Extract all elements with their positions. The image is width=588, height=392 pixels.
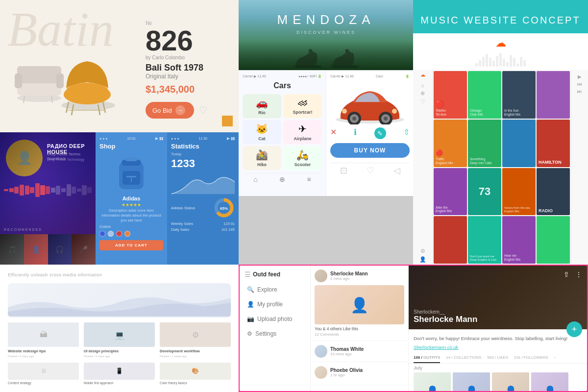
svg-point-35 [392, 109, 397, 114]
sc-tile-2[interactable]: In the SunEnglish Mix [502, 71, 536, 119]
cars-title: Cars [243, 81, 322, 90]
sc-tile-13[interactable]: Don't you want meDeep English & Like [468, 216, 501, 264]
sc-tile-15[interactable] [537, 216, 570, 264]
music-waveform [475, 52, 526, 67]
stat-chart-svg [171, 172, 235, 194]
gallery-item-2[interactable]: 👤 [453, 372, 490, 391]
sc-nav-home[interactable]: ⌂ [421, 82, 424, 88]
stat-tab-likes[interactable]: 583 / LIKES [487, 353, 508, 363]
stat-tab-outfits[interactable]: 106 / OUTFITS [414, 353, 440, 363]
svg-rect-21 [125, 157, 137, 161]
tab-arrow-icon[interactable]: › [554, 353, 556, 363]
cars-phone-right: Carrier ▶ 11:46 Cars 🔋 [326, 71, 414, 196]
stat-tab-followers[interactable]: 21k / FOLLOWERS [514, 353, 548, 363]
sc-tile-4[interactable]: 🔴 TrafficEngland Mix [434, 120, 467, 167]
sc-tile-7[interactable]: HAMILTON [537, 120, 570, 167]
sc-play-icon[interactable]: ▶ [578, 74, 582, 79]
sc-tile-3[interactable] [537, 71, 570, 119]
stat-tab-collections[interactable]: 14 / COLLECTIONS [446, 353, 481, 363]
collections-label: COLLECTIONS [454, 355, 481, 360]
radio-thumb-1: 🎵 [0, 234, 24, 265]
share-profile-icon[interactable]: ⇧ [564, 270, 569, 278]
fashion-post-2: Thomas White 23 mins ago [311, 341, 408, 362]
profile-handle: Sherlockem__ [414, 309, 477, 315]
cars-grid: 🚗 Rio 🏎 Sportcar! 🐱 Cat ✈ Airplane 🚵 [243, 94, 322, 170]
shop-colors-label: Colors [99, 224, 163, 229]
music-concept-panel: MUSIC WEBSITE CONCEPT ☁ [413, 0, 588, 70]
gallery-item-4[interactable]: 👤 [531, 372, 568, 391]
stat-icons2: ▶ ▮▮ [227, 136, 235, 141]
bid-button[interactable]: Go Bid → [146, 102, 194, 119]
sc-tile-1[interactable]: ChicagoClub 448 [468, 71, 501, 119]
sc-tile-12[interactable] [434, 216, 467, 264]
fab-plus-button[interactable]: + [566, 321, 582, 337]
share-icon[interactable]: ⇧ [403, 127, 410, 139]
edit-icon[interactable]: ✎ [374, 127, 386, 139]
sc-tile-9[interactable]: 73 [468, 168, 501, 216]
gallery-item-3[interactable]: 👤 [492, 372, 529, 391]
fashion-menu-item-upload[interactable]: 📷 Upload photo [240, 312, 310, 326]
furniture-panel: Batin [0, 0, 239, 132]
svg-point-16 [308, 49, 312, 53]
gallery-item-1[interactable]: 👤 [414, 372, 451, 391]
favorite-icon[interactable]: ♡ [199, 104, 208, 116]
weekly-sales: Weekly Sales 123 01 [171, 221, 235, 226]
nav-home-icon[interactable]: ⌂ [253, 175, 257, 183]
sc-tile-8[interactable]: After theEnglish Mix [434, 168, 467, 216]
profile-name-area: Sherlockem__ Sherlocke Mann [414, 309, 477, 324]
bookmark-icon[interactable]: ⊡ [340, 165, 347, 176]
item-name: Bali Soft 1978 [146, 63, 229, 73]
bid-label: Go Bid [152, 107, 172, 114]
more-profile-icon[interactable]: ⋮ [575, 270, 582, 278]
weekly-value: 123 01 [223, 221, 235, 226]
sc-tile-label-13: Don't you want meDeep English & Like [470, 255, 496, 262]
sc-nav-heart[interactable]: ♡ [420, 98, 425, 105]
radio-recommended-label: RECOMMENDED [4, 228, 42, 231]
shop-status-dots: ● ● ● [99, 137, 108, 140]
nav-list-icon[interactable]: ≡ [307, 175, 311, 183]
shop-panel-title: Shop [99, 143, 163, 150]
sc-tile-14[interactable]: Hear meEnglish Mix [502, 216, 536, 264]
cars-status-bar: Carrier ▶ 11:46 ●●●●○ WiFi 🔋 [243, 74, 322, 78]
color-blue[interactable] [99, 231, 105, 237]
send-icon[interactable]: ◁ [393, 165, 400, 176]
sc-tile-10[interactable]: Voices from the seaEnglish Mix [502, 168, 536, 216]
sc-nav-settings[interactable]: ⚙ [420, 248, 425, 254]
car-item-rio[interactable]: 🚗 Rio [243, 94, 281, 118]
car-item-airplane[interactable]: ✈ Airplane [283, 120, 322, 144]
profile-link[interactable]: Sherlockemann.co.uk [409, 343, 587, 353]
sc-next-icon[interactable]: ⏭ [577, 89, 582, 94]
sc-nav-search2[interactable]: ⊕ [420, 90, 425, 97]
nav-search-icon[interactable]: ⊕ [279, 175, 285, 183]
svg-point-36 [342, 109, 347, 114]
profile-gallery: 👤 👤 👤 👤 [409, 372, 587, 391]
sc-tile-5[interactable]: SomethingDeep Into Calls [468, 120, 501, 167]
color-red[interactable] [116, 231, 122, 237]
car-item-hike[interactable]: 🚵 Hike [243, 146, 281, 170]
blog-articles-row2: 🖥 Content strategy 📱 Mobile first approa… [8, 363, 231, 385]
color-light[interactable] [108, 231, 114, 237]
car-item-scooter[interactable]: 🛵 Scooter [283, 146, 322, 170]
fashion-menu-item-settings[interactable]: ⚙ Settings [240, 326, 310, 341]
car-item-sportcar[interactable]: 🏎 Sportcar! [283, 94, 322, 118]
info-icon[interactable]: ℹ [354, 127, 357, 139]
close-icon[interactable]: ✕ [330, 127, 337, 139]
fashion-menu-item-explore[interactable]: 🔍 Explore [240, 282, 310, 297]
sc-tile-11[interactable]: RADIO [537, 168, 570, 216]
sc-nav-user[interactable]: 👤 [419, 256, 426, 263]
car-item-cat[interactable]: 🐱 Cat [243, 120, 281, 144]
fashion-menu-item-profile[interactable]: 👤 My profile [240, 297, 310, 312]
color-orange[interactable] [124, 231, 130, 237]
sc-tile-6[interactable] [502, 120, 536, 167]
sc-tile-0[interactable]: 🔴 TelefonTel Aviv [434, 71, 467, 119]
radio-thumb-4: 🎤 [72, 234, 96, 265]
post1-likes: You & 4 others Like this [315, 326, 404, 331]
menu-icon[interactable]: ☰ [245, 270, 251, 278]
profile-hero: ⇧ ⋮ Sherlockem__ Sherlocke Mann + [409, 266, 587, 329]
add-to-cart-button[interactable]: ADD TO CART [99, 240, 163, 250]
heart-icon[interactable]: ♡ [367, 165, 374, 176]
buy-now-button[interactable]: BUY NOW [330, 143, 410, 158]
car-label-scooter: Scooter [294, 162, 311, 167]
sc-prev-icon[interactable]: ⏮ [577, 81, 582, 87]
car-icon-airplane: ✈ [298, 123, 307, 135]
